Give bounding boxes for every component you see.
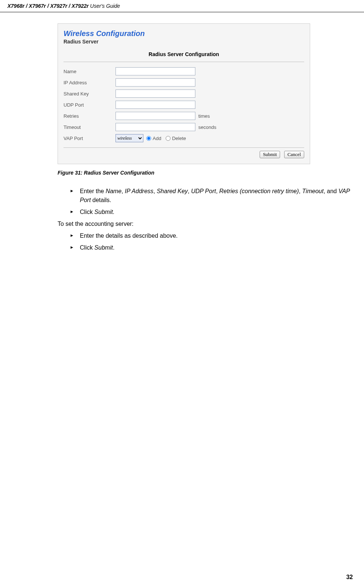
label-timeout: Timeout [64, 124, 116, 130]
label-shared-key: Shared Key [64, 91, 116, 97]
select-vap[interactable]: wireless [116, 134, 143, 142]
label-add: Add [153, 136, 161, 141]
header-rest: User's Guide [89, 3, 120, 9]
radio-add[interactable] [146, 136, 151, 141]
body-text: To set the accounting server: [58, 220, 357, 228]
label-name: Name [64, 69, 116, 74]
radio-delete[interactable] [166, 136, 170, 141]
text: Click [80, 209, 94, 215]
form-table: Name IP Address Shared Key UDP Port Retr… [58, 62, 310, 147]
text: Click [80, 244, 94, 251]
field-ref: UDP Port [191, 188, 216, 194]
page-number: 32 [346, 574, 353, 581]
instruction-item-1: Enter the Name, IP Address, Shared Key, … [71, 187, 357, 205]
header-bold: X7968r / X7967r / X7927r / X7922r [7, 3, 89, 9]
field-ref: IP Address [125, 188, 153, 194]
input-udp[interactable] [116, 101, 195, 109]
button-ref: Submit. [94, 209, 114, 215]
input-ip[interactable] [116, 78, 195, 87]
submit-button[interactable]: Submit [260, 151, 280, 158]
input-timeout[interactable] [116, 123, 195, 131]
row-name: Name [64, 66, 304, 77]
text: , and [324, 188, 338, 194]
row-shared-key: Shared Key [64, 88, 304, 99]
wireless-config-title: Wireless Configuration [58, 24, 310, 39]
field-ref: Retries (connection retry time) [219, 188, 299, 194]
row-udp: UDP Port [64, 99, 304, 110]
button-row: Submit Cancel [58, 148, 310, 160]
label-ip: IP Address [64, 80, 116, 85]
content-area: Wireless Configuration Radius Server Rad… [0, 12, 364, 263]
button-ref: Submit [94, 244, 113, 251]
radius-server-subtitle: Radius Server [58, 39, 310, 48]
instruction-list-1: Enter the Name, IP Address, Shared Key, … [58, 187, 357, 217]
input-retries[interactable] [116, 112, 195, 120]
label-udp: UDP Port [64, 102, 116, 108]
field-ref: Shared Key [157, 188, 188, 194]
text: Enter the [80, 188, 105, 194]
instruction-item-4: Click Submit. [71, 243, 357, 252]
figure-caption: Figure 31: Radius Server Configuration [58, 170, 357, 176]
section-header: Radius Server Configuration [58, 48, 310, 62]
label-retries: Retries [64, 113, 116, 119]
text: . [113, 244, 114, 251]
instruction-item-3: Enter the details as described above. [71, 231, 357, 240]
text: details. [91, 197, 111, 203]
cancel-button[interactable]: Cancel [284, 151, 304, 158]
suffix-retries: times [198, 113, 210, 119]
radio-group-vap: Add Delete [146, 136, 186, 141]
field-ref: Name [105, 188, 121, 194]
input-name[interactable] [116, 67, 195, 75]
instruction-list-2: Enter the details as described above. Cl… [58, 231, 357, 252]
row-vap: VAP Port wireless Add Delete [64, 133, 304, 144]
row-ip: IP Address [64, 77, 304, 88]
row-retries: Retries times [64, 110, 304, 121]
label-vap: VAP Port [64, 136, 116, 141]
suffix-timeout: seconds [198, 124, 216, 130]
field-ref: Timeout [302, 188, 324, 194]
config-screenshot: Wireless Configuration Radius Server Rad… [58, 23, 310, 164]
row-timeout: Timeout seconds [64, 121, 304, 133]
instruction-item-2: Click Submit. [71, 208, 357, 217]
input-shared-key[interactable] [116, 90, 195, 98]
label-delete: Delete [172, 136, 186, 141]
document-header: X7968r / X7967r / X7927r / X7922r User's… [0, 0, 364, 12]
